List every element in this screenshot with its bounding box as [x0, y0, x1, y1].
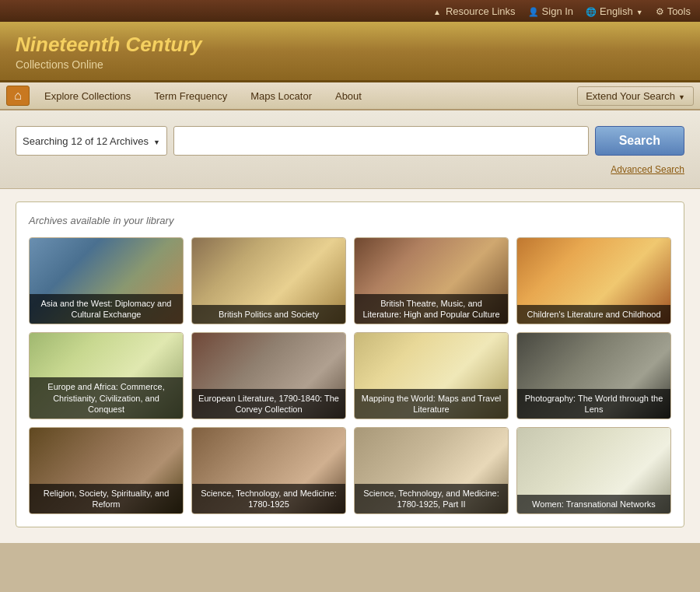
archive-card[interactable]: Photography: The World through the Lens	[516, 332, 671, 419]
extend-search-dropdown-icon	[678, 90, 685, 102]
archive-label: Children's Literature and Childhood	[517, 305, 670, 324]
archives-title: Archives available in your library	[29, 215, 671, 226]
home-icon	[14, 89, 22, 103]
archive-card[interactable]: Science, Technology, and Medicine: 1780-…	[191, 427, 346, 514]
resource-links-link[interactable]: Resource Links	[433, 5, 516, 17]
language-label: English	[600, 5, 633, 17]
search-section: Searching 12 of 12 Archives Search Advan…	[0, 110, 700, 189]
archive-selector[interactable]: Searching 12 of 12 Archives	[16, 126, 167, 156]
site-title: Nineteenth Century	[16, 33, 684, 57]
archive-label: Asia and the West: Diplomacy and Cultura…	[30, 294, 183, 324]
archive-label: British Politics and Society	[192, 305, 345, 324]
site-header: Nineteenth Century Collections Online	[0, 22, 700, 82]
tools-link[interactable]: Tools	[656, 5, 691, 17]
nav-explore-collections[interactable]: Explore Collections	[33, 83, 142, 109]
search-bar: Searching 12 of 12 Archives Search	[16, 126, 684, 156]
archive-label: Religion, Society, Spirituality, and Ref…	[30, 484, 183, 514]
top-bar: Resource Links Sign In English Tools	[0, 0, 700, 22]
archives-section: Archives available in your library Asia …	[16, 201, 684, 527]
globe-icon	[586, 5, 597, 17]
tools-label: Tools	[667, 5, 691, 17]
archive-selector-label: Searching 12 of 12 Archives	[23, 135, 149, 147]
archive-card[interactable]: Science, Technology, and Medicine: 1780-…	[354, 427, 509, 514]
nav-left: Explore Collections Term Frequency Maps …	[6, 83, 373, 109]
language-selector[interactable]: English	[586, 5, 643, 17]
archive-card[interactable]: British Theatre, Music, and Literature: …	[354, 237, 509, 324]
advanced-search-link[interactable]: Advanced Search	[611, 164, 684, 175]
archive-label: European Literature, 1790-1840: The Corv…	[192, 389, 345, 419]
archive-card[interactable]: European Literature, 1790-1840: The Corv…	[191, 332, 346, 419]
search-input[interactable]	[173, 126, 589, 156]
home-button[interactable]	[6, 86, 30, 106]
main-content: Archives available in your library Asia …	[0, 189, 700, 543]
resource-links-label: Resource Links	[446, 5, 516, 17]
archive-label: British Theatre, Music, and Literature: …	[355, 294, 508, 324]
archive-grid: Asia and the West: Diplomacy and Cultura…	[29, 237, 671, 514]
gear-icon	[656, 5, 664, 17]
archive-dropdown-icon	[153, 135, 160, 147]
archive-label: Science, Technology, and Medicine: 1780-…	[355, 484, 508, 514]
nav-explore-label: Explore Collections	[44, 90, 131, 102]
archive-label: Photography: The World through the Lens	[517, 389, 670, 419]
person-icon	[528, 5, 539, 17]
extend-search-button[interactable]: Extend Your Search	[577, 86, 694, 106]
nav-maps-locator[interactable]: Maps Locator	[239, 83, 324, 109]
resource-links-icon	[433, 5, 443, 17]
site-subtitle: Collections Online	[16, 58, 684, 71]
language-dropdown-icon	[636, 5, 643, 17]
advanced-search-section: Advanced Search	[16, 162, 684, 176]
archive-card[interactable]: Europe and Africa: Commerce, Christianit…	[29, 332, 184, 419]
archive-label: Mapping the World: Maps and Travel Liter…	[355, 389, 508, 419]
nav-term-label: Term Frequency	[154, 90, 227, 102]
nav-term-frequency[interactable]: Term Frequency	[142, 83, 239, 109]
nav-maps-label: Maps Locator	[250, 90, 312, 102]
search-button[interactable]: Search	[595, 126, 684, 156]
archive-card[interactable]: British Politics and Society	[191, 237, 346, 324]
archive-card[interactable]: Asia and the West: Diplomacy and Cultura…	[29, 237, 184, 324]
archive-card[interactable]: Religion, Society, Spirituality, and Ref…	[29, 427, 184, 514]
archive-card[interactable]: Women: Transnational Networks	[516, 427, 671, 514]
archive-card[interactable]: Children's Literature and Childhood	[516, 237, 671, 324]
sign-in-label: Sign In	[542, 5, 573, 17]
archive-label: Women: Transnational Networks	[517, 495, 670, 513]
nav-about-label: About	[335, 90, 362, 102]
sign-in-link[interactable]: Sign In	[528, 5, 573, 17]
extend-search-label: Extend Your Search	[586, 90, 675, 102]
archive-label: Science, Technology, and Medicine: 1780-…	[192, 484, 345, 514]
archive-card[interactable]: Mapping the World: Maps and Travel Liter…	[354, 332, 509, 419]
nav-about[interactable]: About	[324, 83, 373, 109]
nav-bar: Explore Collections Term Frequency Maps …	[0, 82, 700, 110]
archive-label: Europe and Africa: Commerce, Christianit…	[30, 377, 183, 419]
